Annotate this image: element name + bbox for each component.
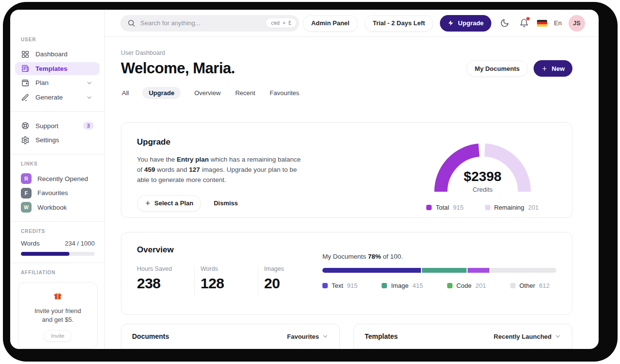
dismiss-button[interactable]: Dismiss: [214, 199, 238, 207]
tab-upgrade[interactable]: Upgrade: [142, 87, 181, 99]
app-window: USER Dashboard Templates Plan Generate S…: [10, 10, 599, 349]
sidebar-item-dashboard[interactable]: Dashboard: [15, 48, 100, 61]
legend-item-code: Code 201: [447, 282, 486, 289]
sidebar-link-favourites[interactable]: F Favourites: [15, 186, 100, 200]
search-bar[interactable]: cmd + E: [120, 15, 299, 32]
bar-segment-other: [490, 268, 556, 273]
flag-germany-icon[interactable]: [537, 20, 547, 27]
gauge-center-value: $2398: [464, 169, 502, 184]
page-title: Welcome, Maria.: [121, 60, 235, 77]
admin-panel-button[interactable]: Admin Panel: [303, 15, 358, 32]
bar-segment-image: [422, 268, 467, 273]
legend-swatch: [485, 205, 490, 210]
templates-card: Templates Recently Launched Blog Post Ti…: [353, 324, 572, 349]
sidebar-item-plan[interactable]: Plan: [15, 76, 100, 90]
sidebar-item-support[interactable]: Support 3: [15, 119, 100, 132]
gift-icon: [52, 290, 63, 301]
dark-mode-toggle[interactable]: [498, 18, 511, 28]
stat-words: Words 128: [201, 265, 258, 297]
templates-filter-dropdown[interactable]: Recently Launched: [494, 333, 561, 340]
topbar: cmd + E Admin Panel Trial - 2 Days Left …: [105, 10, 599, 37]
main-area: cmd + E Admin Panel Trial - 2 Days Left …: [105, 10, 599, 349]
divider: [10, 111, 104, 112]
credits-label: Words: [21, 240, 40, 247]
affiliation-card: Invite your friend and get $5. Invite: [18, 282, 98, 349]
bar-segment-code: [468, 268, 489, 273]
legend-swatch: [510, 283, 516, 288]
sidebar-section-user: USER: [21, 37, 95, 42]
legend-swatch: [322, 283, 328, 288]
content: User Dashboard Welcome, Maria. My Docume…: [105, 37, 599, 349]
tab-recent[interactable]: Recent: [234, 87, 256, 99]
sidebar-link-recently-opened[interactable]: R Recently Opened: [15, 172, 100, 185]
legend-label: Other: [519, 282, 536, 289]
affiliation-text: Invite your friend and get $5.: [23, 307, 92, 324]
documents-filter-dropdown[interactable]: Favourites: [287, 333, 329, 340]
legend-item-total: Total 915: [426, 204, 463, 211]
language-selector[interactable]: En: [554, 19, 562, 27]
notification-dot: [526, 17, 530, 20]
credits-value: 234 / 1000: [65, 240, 95, 247]
device-frame: USER Dashboard Templates Plan Generate S…: [3, 2, 618, 362]
upgrade-button[interactable]: Upgrade: [440, 15, 491, 32]
link-initial-badge: F: [21, 188, 32, 199]
overview-card-left: Overview Hours Saved 238 Words 128: [137, 245, 322, 314]
sidebar-item-generate[interactable]: Generate: [15, 91, 100, 104]
sidebar-item-label: Workbook: [37, 204, 94, 211]
new-button[interactable]: New: [534, 60, 572, 77]
sidebar-link-workbook[interactable]: W Workbook: [15, 201, 100, 215]
bar-segment-text: [322, 268, 421, 273]
link-initial-badge: W: [21, 202, 32, 213]
title-actions: My Documents New: [467, 60, 572, 77]
bottom-cards: Documents Favourites Untitled Document i…: [121, 324, 572, 349]
select-plan-button[interactable]: Select a Plan: [137, 195, 201, 212]
chevron-down-icon: [322, 333, 329, 340]
chevron-down-icon: [85, 94, 94, 101]
search-input[interactable]: [140, 19, 261, 27]
user-avatar[interactable]: JS: [569, 15, 585, 32]
legend-item-text: Text 915: [322, 282, 358, 289]
gear-icon: [21, 136, 30, 145]
legend-label: Code: [456, 282, 471, 289]
upgrade-card-title: Upgrade: [137, 137, 415, 147]
overview-card-right: My Documents 78% of 100. Text 915 Image …: [322, 245, 556, 314]
search-shortcut-badge: cmd + E: [266, 18, 296, 28]
stacked-bar-legend: Text 915 Image 415 Code 201: [322, 282, 556, 289]
tab-all[interactable]: All: [121, 87, 130, 99]
documents-card-header: Documents Favourites: [121, 324, 339, 348]
divider: [10, 221, 104, 222]
upgrade-card: Upgrade You have the Entry plan which ha…: [121, 122, 572, 218]
tab-overview[interactable]: Overview: [193, 87, 221, 99]
plus-icon: [145, 200, 151, 206]
sidebar-item-settings[interactable]: Settings: [15, 133, 100, 147]
sidebar-item-templates[interactable]: Templates: [15, 62, 100, 76]
template-list-item[interactable]: Blog Post Title in Workbook: [354, 348, 572, 349]
divider: [194, 266, 195, 297]
templates-icon: [21, 64, 30, 73]
credits-gauge-chart: $2398 Credits: [427, 137, 538, 198]
title-row: Welcome, Maria. My Documents New: [121, 60, 572, 77]
credits-progress-track: [21, 252, 95, 255]
invite-button[interactable]: Invite: [44, 330, 72, 342]
stat-images: Images 20: [264, 265, 321, 297]
notifications-button[interactable]: [518, 18, 530, 28]
documents-stacked-bar: [322, 268, 556, 273]
legend-value: 201: [528, 204, 539, 211]
trial-badge[interactable]: Trial - 2 Days Left: [365, 15, 434, 32]
stat-hours-saved: Hours Saved 238: [137, 265, 194, 297]
lifebuoy-icon: [21, 121, 30, 130]
templates-card-header: Templates Recently Launched: [354, 324, 572, 348]
link-initial-badge: R: [21, 173, 32, 184]
sidebar-section-affiliation: AFFILIATION: [21, 270, 95, 275]
sidebar-item-label: Recently Opened: [37, 175, 94, 182]
legend-item-other: Other 612: [510, 282, 550, 289]
document-list-item[interactable]: Untitled Document in Workbook: [121, 348, 339, 349]
legend-value: 612: [539, 282, 550, 289]
pencil-icon: [21, 93, 30, 102]
legend-value: 415: [413, 282, 423, 289]
upgrade-card-body: You have the Entry plan which has a rema…: [137, 155, 304, 185]
chevron-down-icon: [85, 80, 94, 86]
legend-value: 915: [453, 204, 464, 211]
my-documents-button[interactable]: My Documents: [467, 60, 528, 77]
tab-favourites[interactable]: Favourites: [269, 87, 301, 99]
